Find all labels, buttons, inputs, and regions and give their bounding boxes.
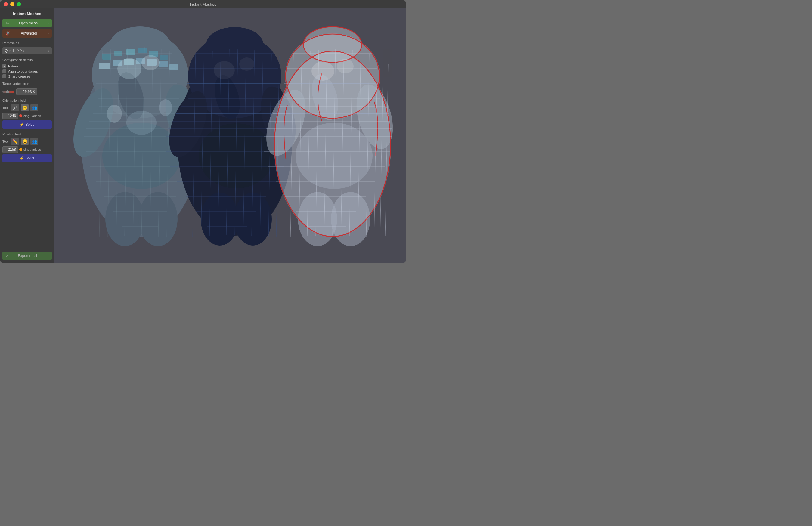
orientation-solve-lightning-icon: ⚡ — [19, 122, 24, 127]
position-solve-lightning-icon: ⚡ — [19, 156, 24, 160]
svg-point-172 — [337, 59, 354, 73]
viewport-svg — [54, 9, 406, 263]
align-boundaries-label: Align to boundaries — [8, 70, 38, 73]
app-body: Instant Meshes 🗂 Open mesh › 🚀 Advanced … — [0, 9, 406, 263]
remesh-as-value: Quads (4/4) — [5, 49, 24, 53]
sidebar-title: Instant Meshes — [2, 12, 52, 16]
advanced-button[interactable]: 🚀 Advanced › — [2, 29, 52, 38]
position-field-section: Position field Tool: ✏️ 😊 👥 singularitie… — [2, 131, 52, 162]
sharp-creases-checkbox-row[interactable]: Sharp creases — [2, 74, 52, 78]
config-details: Extrinsic Align to boundaries Sharp crea… — [2, 64, 52, 78]
vertex-slider-thumb[interactable] — [6, 90, 9, 93]
svg-rect-11 — [114, 50, 122, 56]
orientation-field-label: Orientation field — [2, 99, 52, 102]
position-tool-select[interactable]: 👥 — [30, 138, 38, 145]
svg-point-65 — [206, 27, 263, 62]
title-bar: Instant Meshes — [0, 0, 406, 9]
orientation-tool-smooth[interactable]: 😊 — [21, 104, 29, 111]
svg-point-58 — [142, 55, 160, 70]
svg-point-57 — [117, 58, 142, 79]
position-tool-label: Tool: — [2, 140, 9, 143]
svg-rect-12 — [126, 49, 135, 55]
target-vertex-label: Target vertex count — [2, 82, 52, 86]
position-field-label: Position field — [2, 132, 52, 136]
svg-point-114 — [239, 57, 254, 71]
extrinsic-checkbox-row[interactable]: Extrinsic — [2, 64, 52, 68]
svg-point-121 — [295, 123, 373, 189]
open-mesh-button[interactable]: 🗂 Open mesh › — [2, 19, 52, 27]
advanced-label: Advanced — [21, 31, 37, 35]
align-boundaries-checkbox-row[interactable]: Align to boundaries — [2, 69, 52, 73]
sharp-creases-checkbox[interactable] — [2, 74, 6, 78]
sharp-creases-label: Sharp creases — [8, 75, 30, 78]
open-mesh-chevron-icon: › — [47, 21, 49, 25]
export-chevron-icon: › — [47, 254, 49, 258]
svg-point-60 — [107, 105, 122, 123]
svg-point-171 — [311, 61, 334, 81]
position-tool-row: Tool: ✏️ 😊 👥 — [2, 138, 52, 145]
orientation-solve-label: Solve — [25, 122, 34, 127]
svg-rect-10 — [102, 54, 111, 60]
viewport[interactable] — [54, 9, 406, 263]
position-solve-label: Solve — [25, 156, 34, 160]
orientation-tool-label: Tool: — [2, 106, 9, 109]
orientation-singularity-row: singularities — [2, 113, 52, 119]
orientation-singularity-label: singularities — [24, 114, 41, 118]
svg-rect-15 — [160, 55, 168, 60]
orientation-field-section: Orientation field Tool: 🖌 😊 👥 singularit… — [2, 97, 52, 129]
orientation-singularity-count[interactable] — [2, 113, 18, 119]
export-mesh-button[interactable]: ↗ Export mesh › — [2, 251, 52, 260]
svg-point-68 — [199, 123, 274, 188]
open-mesh-label: Open mesh — [19, 21, 38, 25]
orientation-solve-button[interactable]: ⚡ Solve — [2, 120, 52, 129]
orientation-singularity-dot — [19, 114, 22, 117]
svg-point-113 — [214, 61, 235, 79]
svg-rect-22 — [170, 64, 178, 70]
svg-point-61 — [159, 99, 172, 116]
svg-point-59 — [126, 111, 157, 135]
window-controls[interactable] — [4, 2, 21, 6]
position-singularity-count[interactable] — [2, 146, 18, 153]
position-solve-button[interactable]: ⚡ Solve — [2, 154, 52, 162]
svg-rect-13 — [139, 47, 147, 53]
orientation-tool-row: Tool: 🖌 😊 👥 — [2, 104, 52, 111]
align-boundaries-checkbox[interactable] — [2, 69, 6, 73]
extrinsic-label: Extrinsic — [8, 64, 21, 68]
export-label: Export mesh — [18, 254, 38, 258]
remesh-as-label: Remesh as — [2, 41, 52, 45]
position-singularity-label: singularities — [24, 148, 41, 151]
advanced-chevron-icon: › — [47, 32, 49, 35]
window-title: Instant Meshes — [190, 2, 216, 6]
svg-rect-16 — [99, 62, 110, 69]
position-tool-pen[interactable]: ✏️ — [11, 138, 19, 145]
target-vertex-row — [2, 88, 52, 95]
minimize-button[interactable] — [10, 2, 14, 6]
advanced-icon: 🚀 — [5, 31, 10, 35]
orientation-tool-brush[interactable]: 🖌 — [11, 104, 19, 111]
vertex-slider[interactable] — [2, 91, 14, 93]
sidebar: Instant Meshes 🗂 Open mesh › 🚀 Advanced … — [0, 9, 54, 263]
export-icon: ↗ — [5, 254, 9, 258]
vertex-count-input[interactable] — [16, 88, 37, 95]
remesh-chevron-icon: › — [48, 49, 49, 53]
extrinsic-checkbox[interactable] — [2, 64, 6, 68]
position-singularity-dot — [19, 148, 22, 151]
remesh-as-dropdown[interactable]: Quads (4/4) › — [2, 47, 52, 55]
config-details-label: Configuration details — [2, 58, 52, 62]
orientation-tool-select[interactable]: 👥 — [30, 104, 38, 111]
maximize-button[interactable] — [17, 2, 21, 6]
position-singularity-row: singularities — [2, 146, 52, 153]
ganesha-container — [54, 9, 406, 263]
svg-rect-21 — [159, 61, 168, 67]
open-mesh-icon: 🗂 — [5, 21, 9, 25]
close-button[interactable] — [4, 2, 8, 6]
position-tool-smooth[interactable]: 😊 — [21, 138, 29, 145]
